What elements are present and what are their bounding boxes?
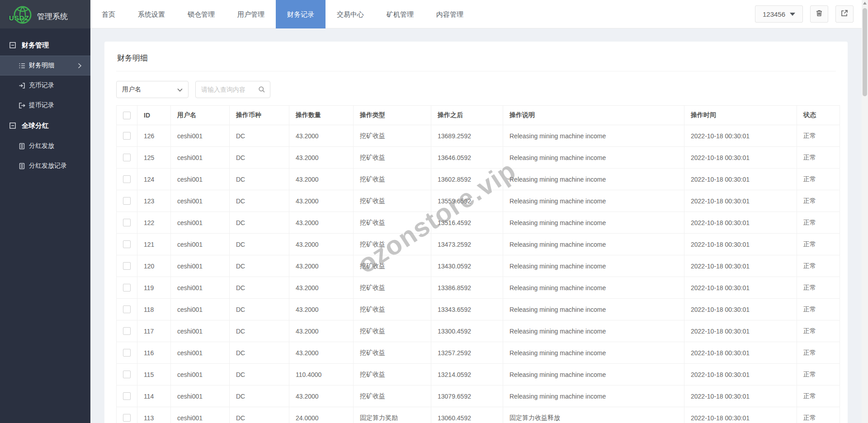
table-cell: 13559.6592 (431, 190, 503, 212)
table-cell: ceshi001 (171, 320, 230, 342)
table-cell: 正常 (797, 277, 840, 299)
search-input[interactable] (201, 86, 255, 93)
table-cell: ceshi001 (171, 277, 230, 299)
nav-item[interactable]: 锁仓管理 (176, 0, 226, 28)
sidebar-item[interactable]: 分红发放 (0, 136, 90, 156)
table-cell: ceshi001 (171, 147, 230, 169)
nav-item[interactable]: 首页 (90, 0, 127, 28)
nav-item[interactable]: 内容管理 (425, 0, 475, 28)
table-cell: 挖矿收益 (354, 212, 431, 234)
table-cell: Releasing mining machine income (503, 342, 684, 364)
table-cell: DC (230, 234, 289, 255)
table-cell: 挖矿收益 (354, 169, 431, 190)
nav-item[interactable]: 系统设置 (127, 0, 176, 28)
row-checkbox[interactable] (123, 414, 131, 422)
row-checkbox[interactable] (123, 132, 131, 140)
sidebar-section-title[interactable]: 财务管理 (0, 35, 90, 56)
table-cell: DC (230, 385, 289, 407)
nav-item[interactable]: 交易中心 (326, 0, 375, 28)
table-row: 123ceshi001DC43.2000挖矿收益13559.6592Releas… (117, 190, 840, 212)
table-cell: 126 (137, 125, 171, 147)
table-cell: DC (230, 407, 289, 423)
table-cell: 13060.4592 (431, 407, 503, 423)
table-cell: 2022-10-18 00:30:01 (684, 320, 797, 342)
sidebar-item-label: 充币记录 (29, 81, 54, 89)
row-checkbox[interactable] (123, 327, 131, 335)
row-checkbox[interactable] (123, 154, 131, 161)
sidebar-item-label: 分红发放记录 (29, 162, 67, 170)
finance-table: ID用户名操作币种操作数量操作类型操作之后操作说明操作时间状态 126ceshi… (116, 105, 840, 423)
table-cell: 正常 (797, 320, 840, 342)
table-cell: ceshi001 (171, 255, 230, 277)
table-cell: 正常 (797, 299, 840, 320)
row-checkbox[interactable] (123, 392, 131, 400)
chevron-right-icon (76, 62, 83, 69)
logout-icon (840, 9, 849, 19)
table-cell: 24.0000 (289, 407, 354, 423)
row-checkbox[interactable] (123, 240, 131, 248)
table-row: 116ceshi001DC43.2000挖矿收益13257.2592Releas… (117, 342, 840, 364)
sidebar-section-title[interactable]: 全球分红 (0, 115, 90, 136)
row-checkbox[interactable] (123, 349, 131, 357)
select-all-checkbox[interactable] (123, 112, 131, 119)
table-cell: 116 (137, 342, 171, 364)
table-cell: DC (230, 299, 289, 320)
filter-field-select[interactable]: 用户名 (116, 81, 189, 98)
row-checkbox[interactable] (123, 219, 131, 226)
table-cell: 118 (137, 299, 171, 320)
table-cell: 113 (137, 407, 171, 423)
sidebar-item[interactable]: 财务明细 (0, 56, 90, 75)
sidebar-item-label: 提币记录 (29, 101, 54, 109)
table-cell: ceshi001 (171, 385, 230, 407)
scrollbar-thumb[interactable] (863, 8, 867, 96)
table-row: 121ceshi001DC43.2000挖矿收益13473.2592Releas… (117, 234, 840, 255)
minus-square-icon (9, 122, 16, 129)
table-cell: 2022-10-18 00:30:01 (684, 147, 797, 169)
column-header: 用户名 (171, 106, 230, 125)
table-cell: DC (230, 212, 289, 234)
row-checkbox[interactable] (123, 175, 131, 183)
table-cell: ceshi001 (171, 407, 230, 423)
brand-title: 管理系统 (37, 11, 68, 22)
list-icon (18, 62, 25, 69)
table-cell: 119 (137, 277, 171, 299)
search-icon[interactable] (258, 86, 265, 93)
table-cell: 2022-10-18 00:30:01 (684, 385, 797, 407)
row-checkbox[interactable] (123, 197, 131, 205)
table-cell: 正常 (797, 169, 840, 190)
row-checkbox[interactable] (123, 306, 131, 313)
nav-item[interactable]: 用户管理 (226, 0, 276, 28)
sidebar: 财务管理财务明细充币记录提币记录全球分红分红发放分红发放记录 (0, 28, 90, 423)
sidebar-item-label: 财务明细 (29, 61, 54, 70)
row-checkbox[interactable] (123, 284, 131, 291)
table-cell: Releasing mining machine income (503, 125, 684, 147)
table-cell: 2022-10-18 00:30:01 (684, 190, 797, 212)
sidebar-item[interactable]: 充币记录 (0, 75, 90, 95)
row-checkbox[interactable] (123, 371, 131, 378)
logout-button[interactable] (835, 5, 854, 23)
row-checkbox[interactable] (123, 262, 131, 270)
vertical-scrollbar[interactable] (862, 0, 868, 423)
user-dropdown-button[interactable]: 123456 (755, 5, 803, 23)
table-cell: 固定算力收益释放 (503, 407, 684, 423)
table-row: 115ceshi001DC110.4000挖矿收益13214.0592Relea… (117, 364, 840, 385)
table-cell: 120 (137, 255, 171, 277)
table-cell: ceshi001 (171, 190, 230, 212)
table-cell: 13214.0592 (431, 364, 503, 385)
book-icon (18, 162, 25, 169)
nav-item[interactable]: 财务记录 (276, 0, 326, 28)
nav-item[interactable]: 矿机管理 (375, 0, 425, 28)
table-cell: 13516.4592 (431, 212, 503, 234)
sidebar-item[interactable]: 提币记录 (0, 95, 90, 115)
table-cell: 13602.8592 (431, 169, 503, 190)
table-cell: 挖矿收益 (354, 299, 431, 320)
table-cell: 114 (137, 385, 171, 407)
scroll-up-arrow-icon[interactable] (863, 2, 867, 5)
table-cell: DC (230, 125, 289, 147)
sidebar-item[interactable]: 分红发放记录 (0, 156, 90, 176)
clear-cache-button[interactable] (810, 5, 828, 23)
table-cell: 13257.2592 (431, 342, 503, 364)
table-cell: 110.4000 (289, 364, 354, 385)
caret-down-icon (790, 13, 795, 16)
main-content: 财务明细 用户名 (90, 28, 862, 423)
